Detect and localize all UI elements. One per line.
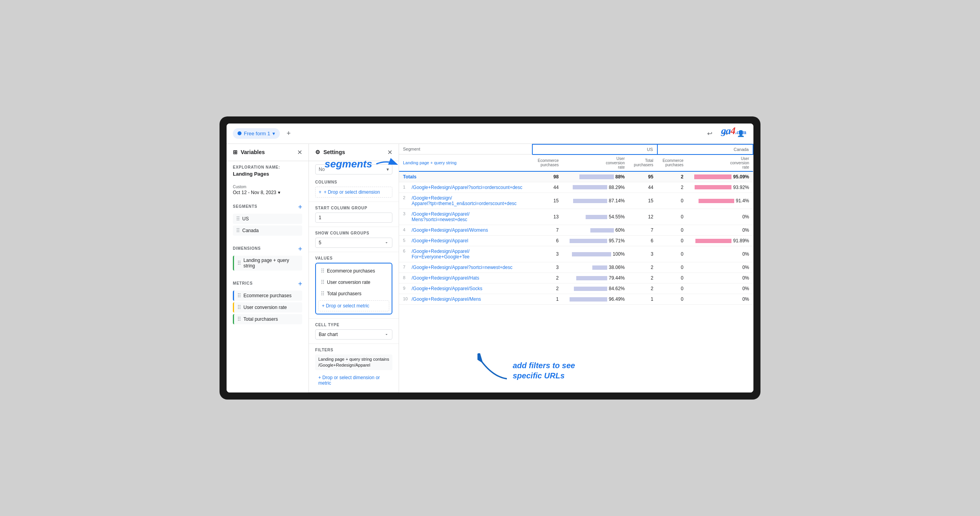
row-url-cell: 2 /Google+Redesign/Apparel?tpt=theme1_en… [399, 193, 532, 209]
filter-text[interactable]: Landing page + query string contains /Go… [315, 354, 392, 371]
us-total-header: Totalpurchasers [629, 154, 657, 171]
segments-label: SEGMENTS [233, 204, 258, 209]
metrics-section: METRICS + ⠿ Ecommerce purchases ⠿ User c… [227, 276, 309, 330]
table-wrapper: Segment US Canada Landing page + query s… [399, 144, 753, 305]
start-column-input[interactable] [315, 213, 392, 223]
main-content: ⊞ Variables ✕ EXPLORATION NAME: Landing … [227, 144, 753, 393]
url-arrow [477, 353, 509, 381]
drop-metric-area[interactable]: + Drop or select metric [318, 300, 389, 311]
drag-handle: ⠿ [237, 260, 241, 266]
us-conversion-header: Userconversionrate [563, 154, 629, 171]
values-section: VALUES ⠿ Ecommerce purchases ⠿ User conv… [309, 252, 399, 319]
columns-label: COLUMNS [315, 180, 392, 184]
table-row: 7 /Google+Redesign/Apparel?sortci=newest… [399, 262, 753, 273]
segment-us-chip[interactable]: ⠿ US [233, 214, 302, 224]
us-header: US [532, 144, 657, 154]
add-segment-button[interactable]: + [298, 203, 302, 211]
totals-us-purchases: 98 [532, 171, 563, 182]
drag-handle: ⠿ [321, 291, 325, 297]
landing-page-header: Landing page + query string [399, 154, 532, 171]
segment-canada-chip[interactable]: ⠿ Canada [233, 225, 302, 236]
table-row: 10 /Google+Redesign/Apparel/Mens 1 96.49… [399, 294, 753, 305]
settings-title: ⚙ Settings [315, 149, 345, 155]
show-column-section: SHOW COLUMN GROUPS 5 10 [309, 227, 399, 252]
segment-us-label: US [242, 216, 249, 222]
variables-close-button[interactable]: ✕ [297, 149, 302, 156]
date-range-section: Custom Oct 12 - Nov 8, 2023 ▾ [227, 181, 309, 199]
add-tab-button[interactable]: + [283, 128, 294, 139]
columns-section: COLUMNS + + Drop or select dimension [309, 176, 399, 202]
totals-ca-purchases: 2 [657, 171, 688, 182]
ca-conversion-header: Userconversionrate [688, 154, 753, 171]
exploration-name-section: EXPLORATION NAME: Landing Pages [227, 161, 309, 181]
drop-filter-label: + Drop or select dimension or metric [318, 375, 389, 386]
tab-dropdown-icon[interactable]: ▾ [272, 131, 275, 136]
value-ecommerce-chip[interactable]: ⠿ Ecommerce purchases [318, 266, 389, 276]
segment-col-header: Segment [399, 144, 532, 154]
metric-purchasers-label: Total purchasers [243, 316, 278, 322]
cell-type-select[interactable]: Bar chart Plain text [315, 329, 392, 340]
table-row: 5 /Google+Redesign/Apparel 6 95.71% [399, 236, 753, 246]
table-row: 9 /Google+Redesign/Apparel/Socks 2 84.62… [399, 283, 753, 294]
totals-ca-conversion: 95.09% [688, 171, 753, 182]
metric-ecommerce-chip[interactable]: ⠿ Ecommerce purchases [233, 291, 302, 301]
table-row: 4 /Google+Redesign/Apparel/Womens 7 60% [399, 225, 753, 236]
value-conversion-label: User conversion rate [327, 280, 370, 285]
row-url-cell: 1 /Google+Redesign/Apparel?sortci=orders… [399, 182, 532, 193]
segments-arrow [374, 158, 398, 170]
table-row: 3 /Google+Redesign/Apparel/Mens?sortci=n… [399, 209, 753, 225]
segments-annotation: segments [325, 158, 398, 170]
date-range-value[interactable]: Oct 12 - Nov 8, 2023 ▾ [233, 190, 302, 195]
metrics-header: METRICS + [233, 280, 302, 288]
cell-type-label: CELL TYPE [315, 323, 392, 327]
top-bar: Free form 1 ▾ + ↩ ↪ 👤 [227, 124, 753, 144]
value-conversion-chip[interactable]: ⠿ User conversion rate [318, 277, 389, 287]
table-row: 6 /Google+Redesign/Apparel/For+Everyone+… [399, 246, 753, 262]
exploration-label: EXPLORATION NAME: [233, 165, 302, 169]
dimensions-header: DIMENSIONS + [233, 245, 302, 253]
drag-handle: ⠿ [236, 216, 240, 222]
table-row: 8 /Google+Redesign/Apparel/Hats 2 79.44% [399, 273, 753, 283]
cell-type-section: CELL TYPE Bar chart Plain text [309, 319, 399, 344]
totals-us-conversion: 88% [563, 171, 629, 182]
totals-us-total: 95 [629, 171, 657, 182]
filters-section: FILTERS Landing page + query string cont… [309, 344, 399, 393]
device-frame: ga4.com Free form 1 ▾ + ↩ ↪ 👤 ⊞ [220, 116, 760, 400]
dimension-chip[interactable]: ⠿ Landing page + query string [233, 256, 302, 271]
segments-annotation-text: segments [325, 158, 372, 170]
row-us-conversion: 88.29% [563, 182, 629, 193]
variables-panel: ⊞ Variables ✕ EXPLORATION NAME: Landing … [227, 144, 309, 393]
start-column-section: START COLUMN GROUP [309, 202, 399, 227]
ca-ecommerce-header: Ecommercepurchases [657, 154, 688, 171]
show-column-label: SHOW COLUMN GROUPS [315, 231, 392, 235]
dimension-label: Landing page + query string [243, 258, 299, 269]
settings-close-button[interactable]: ✕ [387, 149, 392, 156]
show-column-select[interactable]: 5 10 [315, 238, 392, 248]
tab-label: Free form 1 [244, 131, 270, 136]
undo-button[interactable]: ↩ [703, 127, 716, 140]
add-dimension-button[interactable]: + [298, 245, 302, 253]
drop-filter-area[interactable]: + Drop or select dimension or metric [315, 372, 392, 388]
exploration-name: Landing Pages [233, 171, 302, 177]
segments-header: SEGMENTS + [233, 203, 302, 211]
drop-columns-area[interactable]: + + Drop or select dimension [315, 187, 392, 198]
drag-handle: ⠿ [236, 227, 240, 234]
variables-title: ⊞ Variables [233, 149, 265, 155]
metric-purchasers-chip[interactable]: ⠿ Total purchasers [233, 314, 302, 324]
totals-row: Totals 98 88% 95 2 [399, 171, 753, 182]
add-metric-button[interactable]: + [298, 280, 302, 288]
drag-handle: ⠿ [237, 293, 241, 299]
row-us-total: 44 [629, 182, 657, 193]
drag-handle: ⠿ [237, 304, 241, 311]
segments-section: SEGMENTS + ⠿ US ⠿ Canada [227, 199, 309, 241]
segment-header-row: Segment US Canada [399, 144, 753, 154]
metric-conversion-chip[interactable]: ⠿ User conversion rate [233, 302, 302, 313]
metrics-label: METRICS [233, 281, 253, 285]
tab-indicator [238, 131, 241, 135]
value-ecommerce-label: Ecommerce purchases [327, 268, 375, 274]
metric-conversion-label: User conversion rate [243, 305, 287, 310]
free-form-tab[interactable]: Free form 1 ▾ [233, 128, 280, 139]
value-purchasers-chip[interactable]: ⠿ Total purchasers [318, 289, 389, 299]
settings-panel: ⚙ Settings ✕ No ▾ segments [309, 144, 399, 393]
data-table: Segment US Canada Landing page + query s… [399, 144, 753, 305]
